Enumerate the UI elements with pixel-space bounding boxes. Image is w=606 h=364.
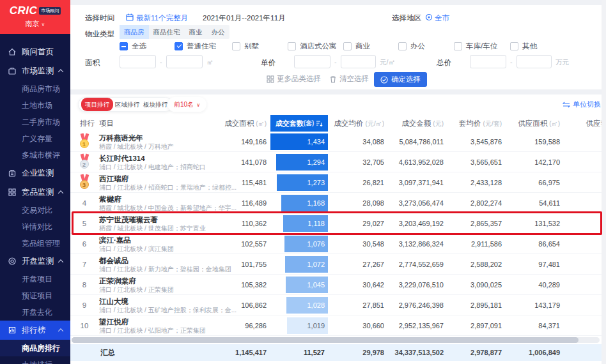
ranking-tab-区域排行[interactable]: 区域排行 <box>113 99 141 110</box>
amount-cell: 5,084,786,011 <box>367 132 444 152</box>
total-max-input[interactable] <box>517 55 552 68</box>
checkbox-box[interactable] <box>175 42 183 50</box>
ranking-tabs: 项目排行区域排行板块排行 <box>78 97 173 112</box>
sidebar-item-排行榜[interactable]: 排行榜 <box>0 321 70 340</box>
table-row-7[interactable]: 7都会诚品浦口 / 江北板块 / 新力地产；碧桂园；金地集团101,7551,0… <box>70 254 602 275</box>
supply-cell: 54,611 <box>502 193 560 213</box>
table-row-8[interactable]: 8正荣润棠府浦口 / 江北板块 / 正荣集团105,3821,04530,642… <box>70 275 602 295</box>
checkbox-box[interactable] <box>454 42 462 50</box>
project-cell[interactable]: 滨江·嘉品浦口 / 江北板块 / 滨江集团 <box>99 236 174 253</box>
amount-cell: 3,203,469,192 <box>367 213 444 234</box>
property-type-tab-商品住宅[interactable]: 商品住宅 <box>149 25 185 39</box>
checkbox-box[interactable] <box>398 42 407 50</box>
more-categories-button[interactable]: 更多品类选择 <box>267 74 321 84</box>
chevron-down-icon: ∨ <box>42 22 45 27</box>
ranking-tab-项目排行[interactable]: 项目排行 <box>81 98 113 111</box>
price-min-input[interactable] <box>294 55 330 68</box>
checkbox-box[interactable] <box>232 42 240 50</box>
total-filter-label: 总价 <box>437 58 451 68</box>
area-max-input[interactable] <box>166 55 203 68</box>
sidebar-item-土地排行[interactable]: 土地排行 <box>0 356 70 364</box>
confirm-selection-button[interactable]: 确定选择 <box>374 72 427 87</box>
sidebar-item-企业监测[interactable]: 企业监测 <box>0 163 70 183</box>
table-row-4[interactable]: 4紫樾府栖霞 / 城北板块 / 中国金茂；新希望地产；华宇...116,4891… <box>70 193 602 213</box>
checkbox-box[interactable] <box>288 42 296 50</box>
checkbox-box[interactable] <box>120 42 128 50</box>
checkbox-box[interactable] <box>510 42 518 50</box>
checkbox-其他[interactable]: 其他 <box>510 42 537 51</box>
units-bar: 1,434 <box>270 133 328 150</box>
project-cell[interactable]: 长江时代1314浦口 / 江北板块 / 电建地产；招商蛇口 <box>99 154 206 171</box>
avg-cell: 3,090,025 <box>444 275 502 295</box>
amount-cell: 2,774,552,659 <box>367 254 444 275</box>
project-cell[interactable]: 正荣润棠府浦口 / 江北板块 / 正荣集团 <box>99 277 174 294</box>
sidebar-item-竞品监测[interactable]: 竞品监测 <box>0 183 70 202</box>
area-cell: 116,489 <box>209 193 267 213</box>
vertical-scrollbar[interactable] <box>602 0 606 364</box>
region-value-link[interactable]: 全市 <box>435 13 449 23</box>
sidebar-item-开盘监测[interactable]: 开盘监测 <box>0 252 70 271</box>
checkbox-办公[interactable]: 办公 <box>398 42 425 51</box>
sidebar-item-预证项目[interactable]: 预证项目 <box>0 287 70 304</box>
checkbox-普通住宅[interactable]: 普通住宅 <box>175 42 216 51</box>
unit-switch-button[interactable]: 单位切换 <box>563 100 601 109</box>
checkbox-别墅[interactable]: 别墅 <box>232 42 259 51</box>
sidebar-item-交易对比[interactable]: 交易对比 <box>0 202 70 218</box>
table-row-1[interactable]: 1万科燕语光年栖霞 / 城北板块 / 万科地产149,1661,43434,08… <box>70 132 602 152</box>
sidebar-item-商品房市场[interactable]: 商品房市场 <box>0 80 70 97</box>
sidebar-item-label: 开盘去化 <box>22 307 52 318</box>
checkbox-车库/车位[interactable]: 车库/车位 <box>454 42 497 51</box>
check-circle-icon <box>380 76 388 84</box>
property-type-tab-商业[interactable]: 商业 <box>185 25 207 39</box>
top-n-dropdown[interactable]: 前10名∨ <box>167 97 206 112</box>
units-bar: 1,072 <box>285 256 328 273</box>
checkbox-全选[interactable]: 全选 <box>120 42 146 51</box>
units-bar: 1,076 <box>284 236 328 252</box>
rank-cell: 1 <box>75 132 93 152</box>
units-bar-cell: 1,072 <box>270 256 328 273</box>
project-tags: 浦口 / 江北板块 / 正荣集团 <box>99 286 174 294</box>
project-cell[interactable]: 望江悦府浦口 / 江北板块 / 弘阳地产；正荣集团 <box>99 317 206 335</box>
sidebar-item-顾问首页[interactable]: 顾问首页 <box>0 42 70 61</box>
sidebar-item-开盘项目[interactable]: 开盘项目 <box>0 271 70 287</box>
checkbox-label: 车库/车位 <box>466 42 497 51</box>
total-min-input[interactable] <box>470 55 506 68</box>
project-cell[interactable]: 苏宁世茂璀璨云著栖霞 / 城北板块 / 世茂集团；苏宁置业 <box>99 215 206 232</box>
clear-selection-button[interactable]: 清空选择 <box>329 74 369 84</box>
sidebar-item-多城市横评[interactable]: 多城市横评 <box>0 147 70 163</box>
sidebar-item-市场监测[interactable]: 市场监测 <box>0 61 70 80</box>
price-max-input[interactable] <box>341 55 376 68</box>
sidebar-item-开盘去化[interactable]: 开盘去化 <box>0 304 70 321</box>
sidebar-item-竞品组管理[interactable]: 竞品组管理 <box>0 235 70 252</box>
scrollbar-thumb[interactable] <box>72 337 579 343</box>
table-row-3[interactable]: 3西江瑞府浦口 / 江北板块 / 招商蛇口；景瑞地产；绿都控...115,481… <box>70 172 602 193</box>
horizontal-scrollbar[interactable] <box>72 337 600 343</box>
project-tags: 浦口 / 江北板块 / 电建地产；招商蛇口 <box>99 163 206 171</box>
property-type-tab-办公[interactable]: 办公 <box>207 25 229 39</box>
dash: - <box>334 58 337 66</box>
area-min-input[interactable] <box>120 55 156 68</box>
city-selector[interactable]: 南京 ∨ <box>0 19 70 29</box>
sidebar-item-label: 二手房市场 <box>22 117 60 128</box>
units-bar-cell: 1,045 <box>270 277 328 293</box>
units-bar: 1,045 <box>286 277 328 293</box>
sidebar-item-详情对比[interactable]: 详情对比 <box>0 218 70 235</box>
checkbox-酒店式公寓[interactable]: 酒店式公寓 <box>288 42 337 51</box>
checkbox-商业[interactable]: 商业 <box>343 42 370 51</box>
property-type-tab-商品房[interactable]: 商品房 <box>120 25 149 39</box>
table-row-5[interactable]: 5苏宁世茂璀璨云著栖霞 / 城北板块 / 世茂集团；苏宁置业110,3621,1… <box>70 213 602 234</box>
table-row-10[interactable]: 10望江悦府浦口 / 江北板块 / 弘阳地产；正荣集团96,2861,01930… <box>70 315 602 336</box>
time-preset-link[interactable]: 最新11个完整月 <box>136 13 188 23</box>
table-row-2[interactable]: 2长江时代1314浦口 / 江北板块 / 电建地产；招商蛇口141,0781,2… <box>70 152 602 172</box>
sidebar-item-广义存量[interactable]: 广义存量 <box>0 130 70 147</box>
checkbox-box[interactable] <box>343 42 352 50</box>
sidebar-item-土地市场[interactable]: 土地市场 <box>0 97 70 114</box>
units-bar: 1,294 <box>276 154 328 171</box>
sidebar-item-二手房市场[interactable]: 二手房市场 <box>0 114 70 130</box>
amount-cell: 2,952,135,967 <box>367 315 444 336</box>
ranking-tab-板块排行[interactable]: 板块排行 <box>141 99 169 110</box>
sidebar-item-商品房排行[interactable]: 商品房排行 <box>0 340 70 356</box>
table-row-9[interactable]: 9江山大境浦口 / 江北板块 / 五矿地产控股；保利发展；金...106,862… <box>70 295 602 315</box>
project-cell[interactable]: 万科燕语光年栖霞 / 城北板块 / 万科地产 <box>99 133 174 151</box>
table-row-6[interactable]: 6滨江·嘉品浦口 / 江北板块 / 滨江集团102,5571,07630,548… <box>70 234 602 254</box>
